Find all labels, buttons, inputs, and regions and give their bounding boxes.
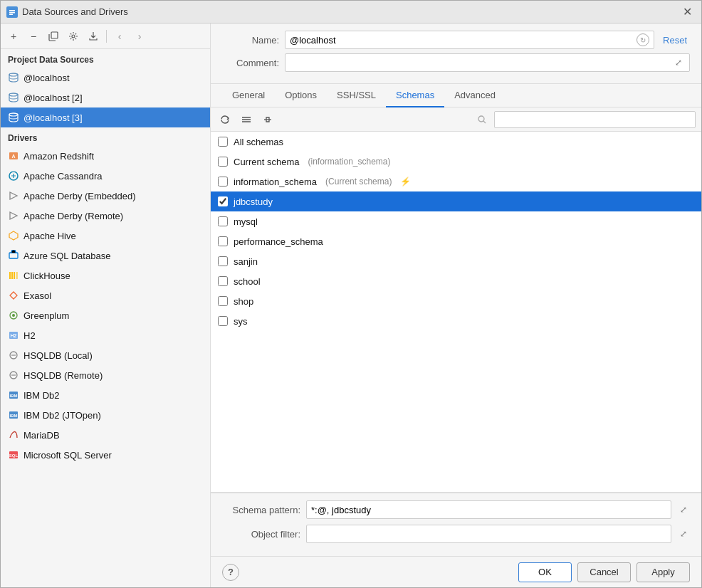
tab-ssh-ssl[interactable]: SSH/SSL [327,84,386,107]
refresh-button[interactable] [216,111,234,128]
schema-checkbox[interactable] [218,236,228,246]
schema-name: Current schema [234,157,299,167]
window-title: Data Sources and Drivers [22,6,674,17]
schema-checkbox[interactable] [218,157,228,167]
sidebar-item-label: @localhost [23,73,70,83]
schema-checkbox[interactable] [218,256,228,266]
sidebar-item-hsqldb-local[interactable]: HSQLDB (Local) [1,345,210,365]
tab-options[interactable]: Options [275,84,327,107]
cancel-button[interactable]: Cancel [577,562,631,582]
schema-pattern-row: Schema pattern: ⤢ [222,500,690,519]
sidebar-item-azure-sql[interactable]: Azure SQL Database [1,246,210,266]
sidebar-item-h2[interactable]: H2 H2 [1,325,210,345]
driver-icon: IBM [8,409,19,421]
sidebar-item-hsqldb-remote[interactable]: HSQLDB (Remote) [1,365,210,385]
bottom-bar: ? OK Cancel Apply [211,556,701,587]
driver-icon: H2 [8,330,19,341]
sidebar-item-greenplum[interactable]: Greenplum [1,305,210,325]
schema-item-current-schema[interactable]: Current schema (information_schema) [211,152,701,172]
svg-marker-11 [9,231,18,240]
name-input-wrapper: ↻ [285,31,654,49]
schema-item-performance-schema[interactable]: performance_schema [211,231,701,251]
sidebar-item-exasol[interactable]: Exasol [1,285,210,305]
help-button[interactable]: ? [222,564,239,581]
sidebar-item-amazon-redshift[interactable]: A Amazon Redshift [1,146,210,166]
schema-item-school[interactable]: school [211,271,701,291]
schemas-toolbar [211,107,701,132]
copy-button[interactable] [45,28,62,45]
comment-input-wrapper: ⤢ [285,53,690,72]
schema-pattern-input-wrapper [306,500,671,519]
driver-icon [8,250,19,261]
schema-checkbox[interactable] [218,276,228,286]
schema-checkbox[interactable] [218,296,228,306]
svg-rect-15 [14,272,15,279]
tab-advanced[interactable]: Advanced [444,84,505,107]
schema-pattern-input[interactable] [311,505,666,515]
forward-button[interactable]: › [131,28,148,45]
name-input[interactable] [290,35,634,46]
sidebar-item-mariadb[interactable]: MariaDB [1,425,210,445]
sidebar-item-apache-derby-embedded[interactable]: Apache Derby (Embedded) [1,186,210,206]
export-button[interactable] [85,28,102,45]
schema-name: shop [234,296,253,307]
object-filter-input[interactable] [311,529,666,540]
sidebar-item-localhost-1[interactable]: @localhost [1,68,210,88]
schema-item-all-schemas[interactable]: All schemas [211,132,701,152]
remove-button[interactable]: − [25,28,42,45]
uncheck-all-button[interactable] [259,111,276,128]
sidebar-item-apache-derby-remote[interactable]: Apache Derby (Remote) [1,206,210,226]
expand-schema-pattern-icon[interactable]: ⤢ [677,503,690,516]
driver-label: HSQLDB (Local) [23,350,93,361]
schema-checkbox[interactable] [218,196,228,206]
tab-general[interactable]: General [222,84,275,107]
driver-label: Apache Hive [23,231,76,241]
schema-search-input[interactable] [494,111,696,128]
schema-item-information-schema[interactable]: information_schema (Current schema) ⚡ [211,172,701,191]
sidebar-item-localhost-3[interactable]: @localhost [3] [1,107,210,127]
toolbar-separator [106,30,107,43]
driver-label: Apache Derby (Embedded) [23,191,136,201]
schema-item-shop[interactable]: shop [211,291,701,311]
schema-item-mysql[interactable]: mysql [211,211,701,231]
schema-item-jdbcstudy[interactable]: jdbcstudy [211,191,701,211]
driver-icon [8,369,19,381]
expand-icon[interactable]: ⤢ [673,56,685,69]
sidebar-item-clickhouse[interactable]: ClickHouse [1,266,210,285]
tabs-bar: General Options SSH/SSL Schemas Advanced [211,84,701,107]
apply-button[interactable]: Apply [636,562,690,582]
check-all-button[interactable] [238,111,255,128]
expand-object-filter-icon[interactable]: ⤢ [677,527,690,540]
driver-icon [8,170,19,182]
schema-checkbox[interactable] [218,316,228,326]
back-button[interactable]: ‹ [111,28,128,45]
database-icon [8,112,19,123]
comment-row: Comment: ⤢ [222,53,690,72]
schema-item-sanjin[interactable]: sanjin [211,251,701,271]
svg-rect-3 [9,14,13,15]
svg-rect-16 [16,272,18,279]
schema-checkbox[interactable] [218,137,228,147]
add-button[interactable]: + [5,28,22,45]
svg-point-5 [72,35,75,38]
tab-schemas[interactable]: Schemas [386,84,444,107]
schema-item-sys[interactable]: sys [211,311,701,331]
sidebar-item-ibm-db2-jtopen[interactable]: IBM IBM Db2 (JTOpen) [1,405,210,425]
driver-label: HSQLDB (Remote) [23,370,103,381]
sidebar-item-apache-hive[interactable]: Apache Hive [1,226,210,246]
settings-button[interactable] [65,28,82,45]
driver-icon [8,210,19,221]
schema-checkbox[interactable] [218,216,228,226]
svg-rect-14 [11,272,13,279]
sidebar-item-microsoft-sql-server[interactable]: SQL Microsoft SQL Server [1,445,210,465]
sync-icon[interactable]: ↻ [636,33,649,46]
sidebar-item-localhost-2[interactable]: @localhost [2] [1,88,210,107]
ok-button[interactable]: OK [518,562,572,582]
schema-sub: (information_schema) [308,157,390,167]
comment-input[interactable] [290,58,673,68]
sidebar-item-apache-cassandra[interactable]: Apache Cassandra [1,166,210,186]
sidebar-item-ibm-db2[interactable]: IBM IBM Db2 [1,385,210,405]
reset-button[interactable]: Reset [660,35,690,46]
schema-checkbox[interactable] [218,177,228,187]
close-button[interactable]: ✕ [679,4,696,21]
